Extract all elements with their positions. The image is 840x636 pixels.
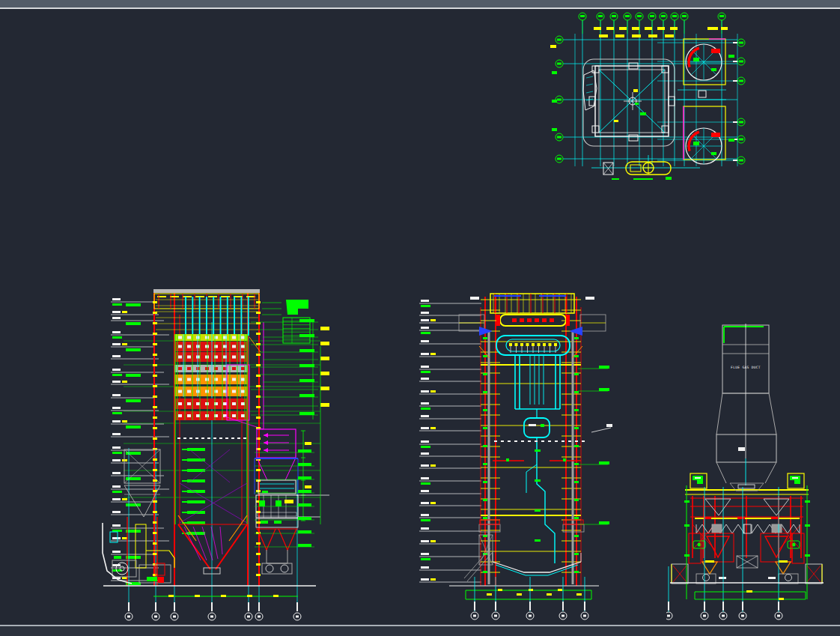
platform-tick bbox=[153, 469, 157, 471]
platform-tick bbox=[153, 500, 157, 503]
grid-bubble-label bbox=[739, 160, 743, 162]
ash-duct bbox=[267, 550, 287, 563]
tube-tick bbox=[232, 345, 236, 348]
tube-tick bbox=[232, 402, 236, 405]
callout-label bbox=[126, 374, 141, 377]
callout-label bbox=[298, 463, 311, 466]
plan-note bbox=[640, 112, 646, 115]
elevation-label bbox=[421, 440, 429, 443]
burner-arrow bbox=[182, 449, 187, 450]
elevation-note bbox=[421, 482, 430, 485]
elevation-label bbox=[421, 312, 429, 314]
elevation-label bbox=[421, 366, 429, 368]
tube-tick bbox=[205, 345, 209, 348]
duct-taper bbox=[285, 458, 296, 480]
grid-bubble-label bbox=[557, 63, 561, 65]
tube-tick bbox=[196, 336, 200, 339]
grid-bubble-label bbox=[739, 121, 743, 124]
duct-label-blob bbox=[738, 447, 745, 451]
platform-tick bbox=[153, 406, 157, 408]
grid-tick bbox=[562, 602, 564, 611]
flow-arrow-head bbox=[264, 448, 268, 452]
tick bbox=[483, 355, 487, 357]
duct-taper bbox=[769, 393, 776, 434]
platform-tick bbox=[256, 364, 261, 366]
hatch-mark bbox=[552, 100, 557, 103]
elevation-label bbox=[112, 381, 121, 383]
platform-tick bbox=[153, 343, 157, 345]
elevation-label bbox=[421, 353, 429, 355]
heating-surface-band bbox=[174, 342, 248, 351]
foundation-dim bbox=[273, 595, 279, 597]
dim-text bbox=[305, 485, 311, 488]
tube-tick bbox=[196, 356, 200, 359]
grid-bubble-label bbox=[210, 616, 213, 618]
callout-label bbox=[320, 357, 329, 360]
platform-tick bbox=[153, 375, 157, 377]
grid-bubble-label bbox=[777, 615, 780, 617]
tube-tick bbox=[178, 378, 182, 381]
tick bbox=[483, 571, 487, 573]
mid-tab bbox=[669, 97, 675, 106]
vessel-label bbox=[529, 424, 536, 426]
tick bbox=[574, 553, 579, 555]
column-box bbox=[662, 126, 669, 133]
side-duct-tube bbox=[586, 84, 593, 85]
tube-tick bbox=[205, 336, 209, 339]
callout-label bbox=[606, 424, 612, 427]
tick bbox=[483, 373, 487, 375]
tube-tick bbox=[241, 345, 245, 348]
motor bbox=[147, 577, 157, 581]
elevation-note bbox=[421, 558, 430, 560]
window-title-bar[interactable] bbox=[0, 0, 840, 9]
grid-tick bbox=[733, 121, 737, 123]
note-blob bbox=[612, 178, 619, 180]
callout-label bbox=[599, 461, 609, 464]
tube-tick bbox=[241, 336, 245, 339]
tube-tick bbox=[187, 414, 191, 417]
duct-taper bbox=[765, 462, 776, 483]
grid-tick bbox=[742, 602, 743, 611]
grid-bubble-label bbox=[173, 616, 176, 618]
tube-tick bbox=[232, 378, 236, 381]
elevation-label bbox=[112, 343, 121, 345]
tick bbox=[574, 373, 579, 375]
roof-chord bbox=[494, 295, 521, 297]
callout-label bbox=[126, 303, 141, 306]
callout-label bbox=[320, 403, 329, 407]
platform-tick bbox=[153, 385, 157, 387]
dim-text bbox=[599, 34, 608, 37]
tick bbox=[574, 517, 579, 519]
foundation-dim bbox=[779, 598, 784, 600]
tick bbox=[483, 391, 487, 393]
tick bbox=[574, 427, 579, 429]
dotted-line bbox=[548, 440, 551, 442]
grid-tick bbox=[733, 42, 737, 43]
platform-tick bbox=[256, 385, 261, 387]
grid-tick bbox=[128, 602, 130, 611]
grid-tick bbox=[258, 602, 260, 611]
elevation-label bbox=[421, 464, 429, 467]
grid-tick bbox=[733, 160, 737, 161]
heating-surface-band bbox=[174, 334, 248, 341]
flow-arrow-head bbox=[264, 433, 268, 437]
drawing-canvas[interactable]: FLUE GAS DUCT bbox=[0, 9, 840, 626]
elevation-note bbox=[112, 452, 122, 454]
tick bbox=[483, 499, 487, 501]
platform-tick bbox=[153, 333, 157, 335]
flue-gas-duct-label: FLUE GAS DUCT bbox=[731, 366, 761, 369]
wheel bbox=[266, 565, 273, 572]
flow-arrow-head bbox=[264, 440, 268, 445]
dim-text bbox=[645, 27, 652, 30]
tube-tick bbox=[178, 345, 182, 348]
grid-tick bbox=[474, 602, 475, 611]
elevation-label bbox=[112, 369, 121, 371]
tick bbox=[574, 499, 579, 501]
heating-surface-band bbox=[174, 365, 248, 372]
elevation-note bbox=[430, 319, 436, 321]
burner-arrow bbox=[187, 521, 205, 524]
pipe-tick bbox=[535, 449, 541, 452]
corner-label bbox=[792, 477, 798, 479]
tick bbox=[574, 391, 579, 393]
dotted-line bbox=[225, 437, 228, 439]
